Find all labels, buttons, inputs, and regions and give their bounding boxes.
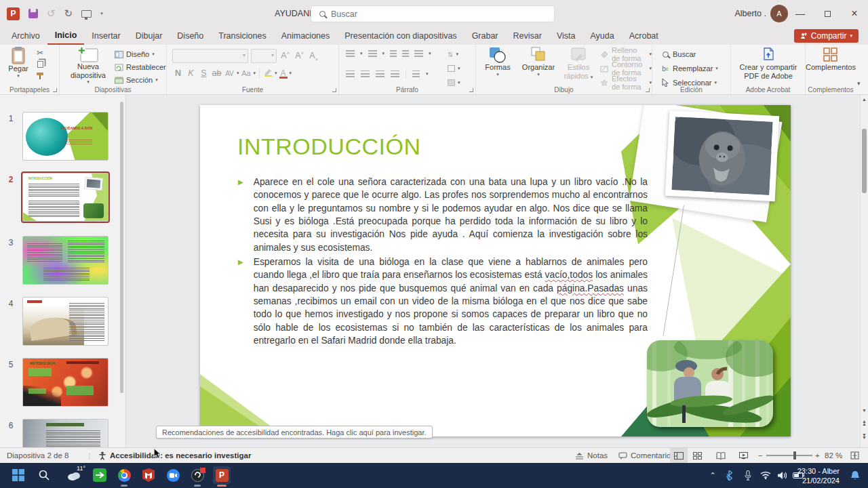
slide-sorter-view-button[interactable] <box>693 448 702 463</box>
slide-thumbnail-6[interactable] <box>22 419 108 447</box>
comments-button[interactable]: Comentarios <box>618 448 675 463</box>
search-bar[interactable] <box>311 5 555 22</box>
change-case-button[interactable]: Aa <box>241 69 252 77</box>
notes-button[interactable]: Notas <box>575 448 608 463</box>
slide-bullet-1[interactable]: ▶ Aparece en el cole una señora caracter… <box>238 176 648 254</box>
zoom-slider[interactable] <box>766 455 812 456</box>
slide-thumbnail-3[interactable] <box>22 236 108 285</box>
powerpoint-logo-icon[interactable]: P <box>7 7 20 20</box>
slide-title[interactable]: INTRODUCCIÓN <box>237 134 420 160</box>
volume-icon[interactable] <box>773 466 791 484</box>
numbered-list-icon[interactable] <box>368 50 377 57</box>
field-researchers-photo[interactable] <box>647 340 773 427</box>
highlight-color-button[interactable] <box>263 67 273 79</box>
slide-thumbnail-1[interactable]: AYUDANDO A SUSI <box>22 112 108 161</box>
teamviewer-app-icon[interactable] <box>91 466 108 484</box>
shape-outline-button[interactable]: Contorno de forma▾ <box>599 62 652 75</box>
arrange-button[interactable]: Organizar ▾ <box>518 47 559 77</box>
weather-widget[interactable]: 11° <box>62 466 85 484</box>
notification-bell-icon[interactable] <box>846 466 864 484</box>
quick-styles-button[interactable]: Estilos rápidos ▾ <box>561 47 595 80</box>
font-size-combo[interactable] <box>251 49 277 63</box>
slide-indicator[interactable]: Diapositiva 2 de 8 <box>7 448 68 463</box>
scroll-down-icon[interactable]: ▼ <box>861 408 868 413</box>
slide-thumbnail-4[interactable] <box>22 297 108 346</box>
layout-button[interactable]: Diseño▾ <box>114 48 166 60</box>
slideshow-view-button[interactable] <box>739 448 748 463</box>
addins-button[interactable]: Complementos <box>806 47 856 72</box>
next-slide-button[interactable]: ▼▼ <box>861 434 868 439</box>
shapes-button[interactable]: Formas ▾ <box>480 47 515 77</box>
italic-button[interactable]: K <box>185 68 197 78</box>
chrome-app-icon[interactable] <box>115 466 133 484</box>
scroll-up-icon[interactable]: ▲ <box>861 97 868 102</box>
align-right-icon[interactable] <box>376 70 384 77</box>
columns-icon[interactable] <box>412 70 420 77</box>
obs-app-icon[interactable] <box>189 466 206 484</box>
tab-inicio[interactable]: Inicio <box>47 27 85 45</box>
font-color-button[interactable]: A <box>279 68 288 78</box>
tab-insertar[interactable]: Insertar <box>84 27 127 45</box>
clipboard-dialog-launcher-icon[interactable] <box>53 88 57 92</box>
paste-button[interactable]: Pegar ▾ <box>5 47 31 79</box>
fit-to-window-button[interactable] <box>850 448 859 463</box>
section-button[interactable]: Sección▾ <box>114 74 166 86</box>
decrease-font-icon[interactable]: A˅ <box>294 51 305 60</box>
previous-slide-button[interactable]: ▲▲ <box>861 420 868 426</box>
user-name[interactable]: Alberto . <box>734 0 766 27</box>
bullet-list-icon[interactable] <box>346 50 355 57</box>
slide-thumbnail-5[interactable]: METODOLOGÍA <box>22 358 108 407</box>
cut-icon[interactable]: ✂ <box>35 48 45 58</box>
drawing-dialog-launcher-icon[interactable] <box>646 88 650 92</box>
align-text-button[interactable]: ▾ <box>448 62 460 75</box>
redo-icon[interactable]: ↻ <box>64 7 73 20</box>
normal-view-button[interactable] <box>670 448 688 463</box>
share-button[interactable]: Compartir ▾ <box>794 29 859 43</box>
tab-diseno[interactable]: Diseño <box>170 27 211 45</box>
clear-format-icon[interactable]: A× <box>308 51 319 62</box>
strikethrough-button[interactable]: ab <box>211 68 222 78</box>
paragraph-dialog-launcher-icon[interactable] <box>469 88 473 92</box>
font-name-combo[interactable] <box>172 49 248 63</box>
increase-font-icon[interactable]: A˄ <box>279 51 291 60</box>
line-spacing-icon[interactable] <box>414 50 423 57</box>
tab-dibujar[interactable]: Dibujar <box>128 27 170 45</box>
tab-vista[interactable]: Vista <box>549 27 583 45</box>
underline-button[interactable]: S <box>198 68 210 78</box>
save-icon[interactable] <box>28 9 38 18</box>
tab-presentacion[interactable]: Presentación con diapositivas <box>337 27 464 45</box>
accessibility-status[interactable]: Accesibilidad: es necesario investigar <box>98 448 251 463</box>
zoom-out-button[interactable]: − <box>758 448 763 463</box>
collapse-ribbon-chevron-icon[interactable]: ▾ <box>857 80 861 87</box>
slide-bullet-2[interactable]: ▶ Esperamos la visita de una bióloga en … <box>238 256 648 347</box>
scrollbar-thumb[interactable] <box>862 129 867 193</box>
reading-view-button[interactable] <box>716 448 726 463</box>
tab-revisar[interactable]: Revisar <box>506 27 549 45</box>
new-slide-button[interactable]: Nueva diapositiva ▾ <box>66 47 110 85</box>
slide-canvas[interactable]: INTRODUCCIÓN ▶ Aparece en el cole una se… <box>200 105 791 436</box>
copy-icon[interactable] <box>35 60 45 69</box>
reset-button[interactable]: Restablecer <box>114 61 166 73</box>
text-direction-button[interactable]: ⇅▾ <box>448 48 460 60</box>
mcafee-app-icon[interactable] <box>140 466 157 484</box>
zoom-in-button[interactable]: + <box>815 448 820 463</box>
search-input[interactable] <box>331 9 521 19</box>
format-painter-icon[interactable] <box>35 71 45 81</box>
restore-button[interactable] <box>814 0 841 27</box>
close-button[interactable]: × <box>841 0 868 27</box>
replace-button[interactable]: bcReemplazar▾ <box>660 62 718 75</box>
tab-ayuda[interactable]: Ayuda <box>583 27 621 45</box>
monkey-photo-frame[interactable] <box>665 110 779 201</box>
tab-grabar[interactable]: Grabar <box>465 27 506 45</box>
shape-fill-button[interactable]: Relleno de forma▾ <box>599 48 652 60</box>
minimize-button[interactable]: — <box>787 0 814 27</box>
microphone-icon[interactable] <box>739 466 757 484</box>
zoom-slider-thumb[interactable] <box>793 451 796 460</box>
tray-expand-chevron-icon[interactable]: ⌃ <box>704 466 722 484</box>
bluetooth-icon[interactable] <box>720 466 738 484</box>
tab-animaciones[interactable]: Animaciones <box>274 27 338 45</box>
wifi-icon[interactable] <box>757 466 774 484</box>
clock[interactable]: 23:30 - Alber 21/02/2024 <box>797 466 840 486</box>
justify-icon[interactable] <box>391 70 399 77</box>
taskbar-search-button[interactable] <box>35 466 53 484</box>
